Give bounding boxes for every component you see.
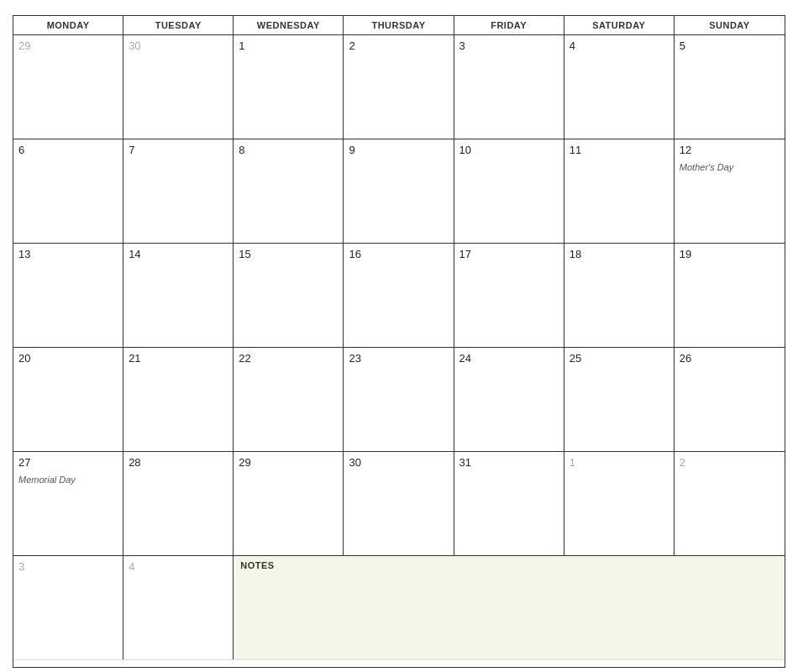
day-cell: 25 <box>564 348 675 451</box>
day-number: 3 <box>18 560 118 574</box>
day-cell: 4 <box>564 35 675 139</box>
day-number: 2 <box>349 39 448 53</box>
day-cell: 22 <box>234 348 344 451</box>
day-number: 5 <box>680 39 780 53</box>
day-cell: 10 <box>454 139 564 243</box>
day-cell: 12Mother's Day <box>675 139 785 243</box>
day-cell: 28 <box>123 452 234 555</box>
day-cell: 9 <box>344 139 454 243</box>
day-number: 24 <box>459 352 559 365</box>
day-cell: 16 <box>344 244 454 347</box>
week-row-2: 13141516171819 <box>13 244 785 348</box>
day-cell: 24 <box>454 348 564 451</box>
day-cell: 29 <box>234 452 344 555</box>
day-number: 30 <box>349 456 448 470</box>
day-cell: 19 <box>675 244 785 347</box>
last-week-row: 34NOTES <box>13 556 785 659</box>
day-number: 15 <box>239 248 338 261</box>
day-number: 19 <box>680 248 780 261</box>
day-number: 7 <box>129 144 228 157</box>
day-cell: 26 <box>675 348 785 451</box>
day-cell: 17 <box>454 244 564 347</box>
week-row-4: 27Memorial Day2829303112 <box>13 452 785 556</box>
day-cell-last: 3 <box>13 556 123 659</box>
header-cell-friday: FRIDAY <box>454 16 564 34</box>
day-number: 28 <box>129 456 228 470</box>
day-cell: 30 <box>344 452 454 555</box>
day-cell: 5 <box>675 35 785 139</box>
header-cell-wednesday: WEDNESDAY <box>234 16 344 34</box>
day-cell: 3 <box>454 35 564 139</box>
calendar-page: MONDAYTUESDAYWEDNESDAYTHURSDAYFRIDAYSATU… <box>0 0 798 672</box>
day-cell: 29 <box>13 35 123 139</box>
day-cell: 21 <box>123 348 234 451</box>
day-number: 27 <box>18 456 118 470</box>
day-number: 1 <box>239 39 338 53</box>
day-number: 3 <box>459 39 559 53</box>
day-number: 20 <box>18 352 118 365</box>
day-number: 22 <box>239 352 338 365</box>
day-cell: 31 <box>454 452 564 555</box>
notes-label: NOTES <box>240 560 778 570</box>
day-number: 29 <box>18 39 118 53</box>
week-row-1: 6789101112Mother's Day <box>13 139 785 244</box>
day-cell: 2 <box>344 35 454 139</box>
header-cell-thursday: THURSDAY <box>344 16 454 34</box>
day-cell: 1 <box>234 35 344 139</box>
day-number: 11 <box>570 144 669 157</box>
day-cell: 7 <box>123 139 234 243</box>
day-number: 12 <box>680 144 780 157</box>
header-cell-saturday: SATURDAY <box>564 16 675 34</box>
day-number: 23 <box>349 352 448 365</box>
week-row-0: 293012345 <box>13 35 785 139</box>
day-cell: 1 <box>564 452 675 555</box>
day-cell: 30 <box>123 35 234 139</box>
event-label: Memorial Day <box>18 475 118 485</box>
day-cell: 15 <box>234 244 344 347</box>
header-cell-sunday: SUNDAY <box>675 16 785 34</box>
day-number: 8 <box>239 144 338 157</box>
day-number: 26 <box>680 352 780 365</box>
day-number: 16 <box>349 248 448 261</box>
day-cell: 23 <box>344 348 454 451</box>
day-number: 10 <box>459 144 559 157</box>
calendar-header: MONDAYTUESDAYWEDNESDAYTHURSDAYFRIDAYSATU… <box>13 16 785 35</box>
day-number: 29 <box>239 456 338 470</box>
day-number: 4 <box>570 39 669 53</box>
week-row-3: 20212223242526 <box>13 348 785 452</box>
calendar-grid: 2930123456789101112Mother's Day131415161… <box>13 35 785 659</box>
day-number: 6 <box>18 144 118 157</box>
notes-cell: NOTES <box>234 556 785 659</box>
day-number: 30 <box>129 39 228 53</box>
day-number: 25 <box>570 352 669 365</box>
day-cell: 18 <box>564 244 675 347</box>
day-cell: 2 <box>675 452 785 555</box>
day-number: 14 <box>129 248 228 261</box>
day-cell: 6 <box>13 139 123 243</box>
event-label: Mother's Day <box>680 162 780 172</box>
day-number: 9 <box>349 144 448 157</box>
day-number: 31 <box>459 456 559 470</box>
day-cell: 14 <box>123 244 234 347</box>
header-cell-tuesday: TUESDAY <box>123 16 234 34</box>
day-cell: 11 <box>564 139 675 243</box>
day-number: 4 <box>129 560 228 574</box>
day-cell: 20 <box>13 348 123 451</box>
day-cell: 8 <box>234 139 344 243</box>
day-number: 13 <box>18 248 118 261</box>
day-cell-last: 4 <box>123 556 234 659</box>
day-number: 21 <box>129 352 228 365</box>
day-cell: 13 <box>13 244 123 347</box>
day-number: 17 <box>459 248 559 261</box>
calendar-container: MONDAYTUESDAYWEDNESDAYTHURSDAYFRIDAYSATU… <box>13 15 785 668</box>
day-number: 2 <box>680 456 780 470</box>
day-cell: 27Memorial Day <box>13 452 123 555</box>
day-number: 1 <box>570 456 669 470</box>
header-cell-monday: MONDAY <box>13 16 123 34</box>
day-number: 18 <box>570 248 669 261</box>
footer-text <box>13 659 785 667</box>
